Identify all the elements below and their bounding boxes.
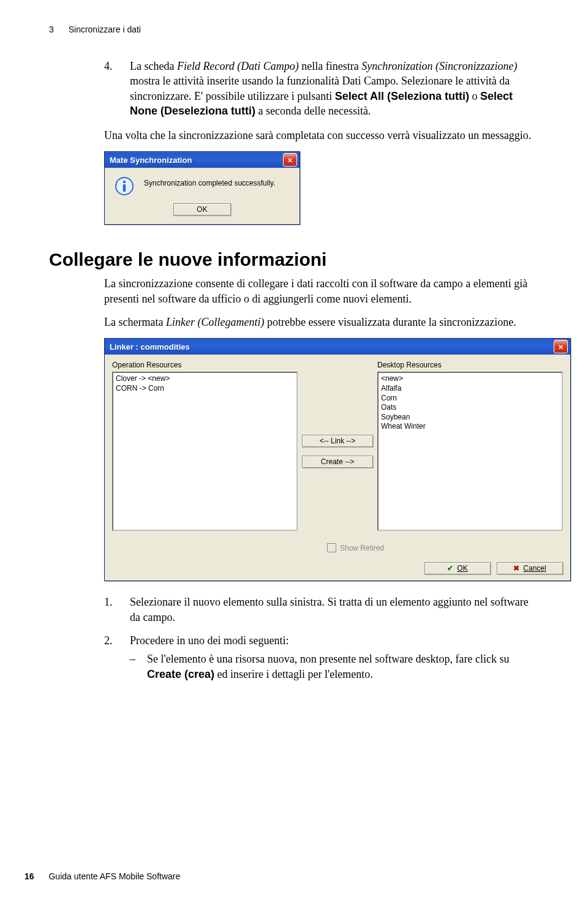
chapter-number: 3 [49, 24, 54, 34]
list-item[interactable]: Oats [381, 403, 559, 413]
dialog-title: Mate Synchronization [110, 156, 283, 165]
list-item[interactable]: Soybean [381, 413, 559, 423]
dialog-titlebar: Mate Synchronization × [105, 152, 300, 168]
show-retired-row: Show Retired [303, 533, 563, 556]
list-item[interactable]: <new> [381, 374, 559, 384]
list-item[interactable]: Clover -> <new> [116, 374, 294, 384]
list-item[interactable]: Corn [381, 394, 559, 404]
list-item: 2. Procedere in uno dei modi seguenti: S… [104, 633, 539, 682]
dialog-message: Synchronization completed successfully. [144, 176, 276, 187]
step-number: 1. [104, 595, 113, 609]
check-icon: ✔ [447, 564, 453, 573]
list-item[interactable]: CORN -> Corn [116, 384, 294, 394]
paragraph: La schermata Linker (Collegamenti) potre… [104, 315, 539, 329]
step-number: 4. [104, 59, 113, 73]
running-header: 3 Sincronizzare i dati [49, 24, 539, 34]
sub-list-item: Se l'elemento è una risorsa nuova, non p… [130, 652, 539, 682]
info-icon [115, 176, 134, 196]
close-icon[interactable]: × [283, 153, 297, 167]
section-heading: Collegare le nuove informazioni [49, 249, 539, 270]
chapter-title: Sincronizzare i dati [69, 24, 141, 34]
link-button[interactable]: <-- Link --> [302, 435, 373, 447]
paragraph: Una volta che la sincronizzazione sarà c… [104, 128, 539, 143]
message-dialog: Mate Synchronization × Synchronization c… [104, 151, 300, 225]
step1-text: Selezionare il nuovo elemento sulla sini… [130, 596, 529, 623]
dialog-titlebar: Linker : commodities × [105, 339, 570, 355]
show-retired-checkbox[interactable] [327, 543, 336, 552]
operation-resources-label: Operation Resources [112, 361, 298, 369]
desktop-resources-label: Desktop Resources [377, 361, 563, 369]
page-number: 16 [24, 871, 34, 881]
operation-resources-list[interactable]: Clover -> <new> CORN -> Corn [112, 372, 298, 531]
book-title: Guida utente AFS Mobile Software [48, 871, 180, 881]
create-button[interactable]: Create --> [302, 456, 373, 468]
list-item: 1. Selezionare il nuovo elemento sulla s… [104, 595, 539, 625]
dialog-title: Linker : commodities [110, 342, 554, 351]
show-retired-label: Show Retired [340, 544, 384, 552]
ok-button[interactable]: OK [173, 203, 231, 216]
svg-rect-2 [123, 184, 126, 192]
close-icon[interactable]: × [554, 340, 568, 353]
step4-text: La scheda Field Record (Dati Campo) nell… [130, 60, 517, 117]
cancel-button[interactable]: ✖ Cancel [497, 562, 563, 574]
list-item: 4. La scheda Field Record (Dati Campo) n… [104, 59, 539, 118]
step-number: 2. [104, 633, 113, 648]
page-footer: 16 Guida utente AFS Mobile Software [24, 871, 180, 881]
step2-text: Procedere in uno dei modi seguenti: [130, 634, 288, 647]
ok-button[interactable]: ✔ OK [424, 562, 491, 574]
linker-dialog: Linker : commodities × Operation Resourc… [104, 338, 571, 581]
svg-point-1 [123, 181, 126, 184]
list-item[interactable]: Alfalfa [381, 384, 559, 394]
list-item[interactable]: Wheat Winter [381, 422, 559, 432]
x-icon: ✖ [513, 564, 519, 573]
desktop-resources-list[interactable]: <new> Alfalfa Corn Oats Soybean Wheat Wi… [377, 372, 563, 531]
paragraph: La sincronizzazione consente di collegar… [104, 276, 539, 306]
